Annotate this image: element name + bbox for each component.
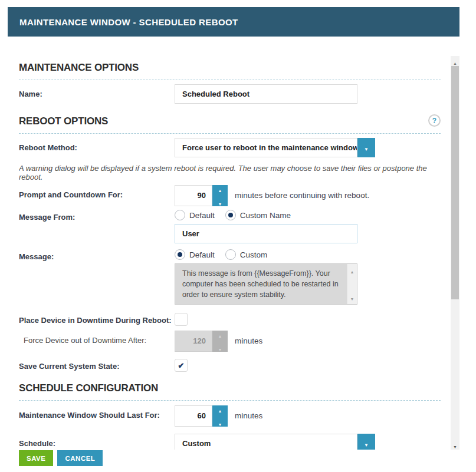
reboot-warning-note: A warning dialog will be displayed if a … (19, 164, 441, 181)
scroll-down-icon[interactable] (347, 292, 357, 303)
prompt-countdown-suffix: minutes before continuing with reboot. (228, 185, 369, 200)
scroll-up-icon[interactable] (451, 57, 459, 65)
message-from-label: Message From: (19, 207, 175, 222)
force-downtime-spinner[interactable]: 120 (175, 331, 228, 352)
save-state-row: Save Current System State: (19, 357, 441, 372)
spinner-down-icon[interactable] (218, 418, 222, 428)
prompt-countdown-row: Prompt and Countdown For: 90 minutes bef… (19, 185, 441, 206)
radio-label: Custom Name (240, 211, 291, 220)
duration-row: Maintenance Window Should Last For: 60 m… (19, 405, 441, 427)
section-header-schedule-configuration: SCHEDULE CONFIGURATION (19, 382, 441, 401)
downtime-label: Place Device in Downtime During Reboot: (19, 311, 175, 325)
prompt-countdown-spin-buttons[interactable] (212, 185, 228, 206)
radio-unselected-icon[interactable] (225, 249, 236, 260)
dialog-footer: SAVE CANCEL (19, 450, 103, 466)
message-textarea[interactable]: This message is from {{MessageFrom}}. Yo… (175, 263, 357, 305)
duration-spinner[interactable]: 60 (175, 405, 228, 427)
force-downtime-label: Force Device out of Downtime After: (19, 331, 175, 345)
prompt-countdown-input[interactable]: 90 (175, 185, 212, 206)
spinner-up-icon[interactable] (218, 329, 222, 340)
force-downtime-row: Force Device out of Downtime After: 120 … (19, 331, 441, 352)
message-option-default[interactable]: Default (175, 249, 215, 260)
schedule-label: Schedule: (19, 434, 175, 448)
name-label: Name: (19, 84, 175, 98)
reboot-method-dropdown-button[interactable] (357, 138, 375, 157)
duration-spin-buttons[interactable] (212, 405, 228, 427)
message-option-custom[interactable]: Custom (225, 249, 268, 260)
spinner-up-icon[interactable] (218, 184, 222, 194)
cancel-button[interactable]: CANCEL (57, 450, 103, 466)
message-from-radio-group: Default Custom Name (175, 207, 291, 220)
duration-label: Maintenance Window Should Last For: (19, 405, 175, 420)
prompt-countdown-spinner[interactable]: 90 (175, 185, 228, 206)
spinner-up-icon[interactable] (218, 404, 222, 415)
radio-selected-icon[interactable] (225, 210, 236, 220)
message-from-custom-row: User (19, 224, 441, 243)
message-from-row: Message From: Default Custom Name (19, 207, 441, 222)
reboot-method-row: Reboot Method: Force user to reboot in t… (19, 138, 441, 157)
force-downtime-spin-buttons[interactable] (212, 331, 228, 352)
downtime-row: Place Device in Downtime During Reboot: (19, 311, 441, 326)
maintenance-window-dialog: MAINTENANCE WINDOW - SCHEDULED REBOOT MA… (0, 0, 476, 472)
message-from-option-custom-name[interactable]: Custom Name (225, 210, 291, 220)
reboot-method-label: Reboot Method: (19, 138, 175, 152)
force-downtime-input[interactable]: 120 (175, 331, 212, 352)
help-icon[interactable]: ? (428, 114, 441, 127)
duration-input[interactable]: 60 (175, 405, 212, 427)
save-button[interactable]: SAVE (19, 450, 53, 466)
message-label: Message: (19, 247, 175, 261)
dialog-content: MAINTENANCE OPTIONS Name: Scheduled Rebo… (19, 59, 441, 450)
prompt-countdown-label: Prompt and Countdown For: (19, 185, 175, 199)
section-title-maintenance-options: MAINTENANCE OPTIONS (19, 62, 139, 74)
section-title-reboot-options: REBOOT OPTIONS (19, 115, 108, 127)
schedule-value[interactable]: Custom (175, 434, 357, 450)
radio-label: Custom (240, 250, 268, 259)
schedule-dropdown-button[interactable] (357, 434, 375, 450)
downtime-checkbox[interactable] (175, 313, 188, 326)
section-title-schedule-configuration: SCHEDULE CONFIGURATION (19, 382, 158, 394)
section-header-maintenance-options: MAINTENANCE OPTIONS (19, 62, 441, 80)
spacer (19, 224, 175, 229)
radio-unselected-icon[interactable] (175, 210, 185, 220)
save-state-label: Save Current System State: (19, 357, 175, 371)
save-state-checkbox[interactable] (175, 359, 188, 372)
force-downtime-suffix: minutes (228, 331, 262, 345)
scroll-up-icon[interactable] (347, 265, 357, 276)
name-input[interactable]: Scheduled Reboot (175, 84, 357, 104)
radio-label: Default (189, 250, 215, 259)
scrollbar-thumb[interactable] (451, 66, 459, 299)
radio-label: Default (189, 211, 215, 220)
chevron-down-icon (364, 438, 369, 449)
duration-suffix: minutes (228, 405, 262, 420)
message-textarea-text: This message is from {{MessageFrom}}. Yo… (175, 264, 347, 304)
message-radio-group: Default Custom (175, 247, 267, 260)
dialog-title: MAINTENANCE WINDOW - SCHEDULED REBOOT (8, 17, 238, 27)
message-from-custom-input[interactable]: User (175, 224, 357, 243)
radio-selected-icon[interactable] (175, 249, 185, 260)
schedule-row: Schedule: Custom (19, 434, 441, 450)
reboot-method-dropdown[interactable]: Force user to reboot in the maintenance … (175, 138, 375, 157)
spacer (19, 263, 175, 269)
chevron-down-icon (364, 143, 369, 153)
spinner-down-icon[interactable] (218, 197, 222, 208)
message-text-row: This message is from {{MessageFrom}}. Yo… (19, 263, 441, 305)
spinner-down-icon[interactable] (218, 343, 222, 354)
message-from-option-default[interactable]: Default (175, 210, 215, 220)
schedule-dropdown[interactable]: Custom (175, 434, 375, 450)
scroll-down-icon[interactable] (451, 440, 459, 449)
message-textarea-scrollbar[interactable] (347, 264, 357, 304)
vertical-scrollbar[interactable] (451, 56, 459, 450)
reboot-method-value[interactable]: Force user to reboot in the maintenance … (175, 138, 357, 157)
name-row: Name: Scheduled Reboot (19, 84, 441, 104)
message-row: Message: Default Custom (19, 247, 441, 261)
section-header-reboot-options: REBOOT OPTIONS ? (19, 115, 441, 134)
dialog-title-bar: MAINTENANCE WINDOW - SCHEDULED REBOOT (8, 7, 459, 37)
